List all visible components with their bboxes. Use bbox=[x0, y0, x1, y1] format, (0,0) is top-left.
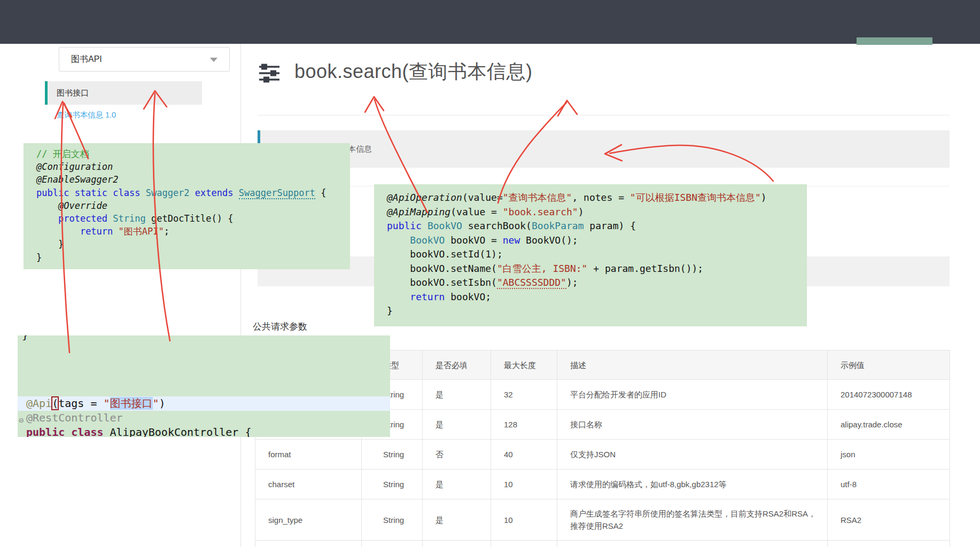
table-cell: 仅支持JSON bbox=[557, 440, 828, 470]
code-block-swagger-config: // 开启文档@Configuration@EnableSwagger2publ… bbox=[24, 143, 350, 269]
table-cell: RSA2 bbox=[828, 499, 950, 541]
sidebar-item-doc-link[interactable]: 查询书本信息 1.0 bbox=[57, 110, 116, 120]
sidebar-divider bbox=[240, 44, 241, 547]
table-cell: json bbox=[828, 440, 950, 470]
api-select-value: 图书API bbox=[71, 54, 102, 65]
table-cell: 40 bbox=[491, 440, 557, 470]
code-line: } bbox=[387, 304, 807, 318]
table-header-cell: 描述 bbox=[557, 350, 828, 380]
table-cell: 否 bbox=[423, 440, 491, 470]
clipped-code-line: } bbox=[22, 335, 28, 342]
code-line: protected String getDocTitle() { bbox=[36, 212, 350, 225]
table-cell: 10 bbox=[491, 499, 557, 541]
code-line: @EnableSwagger2 bbox=[36, 173, 350, 186]
table-cell: 128 bbox=[491, 410, 557, 440]
table-cell: format bbox=[255, 440, 362, 470]
code-line: return bookVO; bbox=[387, 290, 807, 304]
api-select-dropdown[interactable]: 图书API bbox=[59, 47, 230, 72]
table-cell: 10 bbox=[491, 470, 557, 499]
table-cell-partial bbox=[255, 541, 362, 547]
table-cell: charset bbox=[255, 470, 362, 499]
code-block-controller-class: } ⊖ @Api(tags = "图书接口")@RestControllerpu… bbox=[18, 335, 390, 437]
table-header-cell: 最大长度 bbox=[491, 350, 557, 380]
page: 开放平台 文档中心 图书API 图书接口 查询书本信息 1.0 book.sea… bbox=[0, 0, 980, 547]
table-cell-partial bbox=[828, 541, 950, 547]
code-line: @RestController bbox=[26, 411, 390, 425]
table-cell: utf-8 bbox=[828, 470, 950, 499]
table-header-cell: 示例值 bbox=[828, 350, 950, 380]
code-line: @ApiMapping(value = "book.search") bbox=[387, 205, 807, 220]
table-cell: sign_type bbox=[255, 499, 362, 541]
table-cell: 接口名称 bbox=[557, 410, 828, 440]
table-cell: 是 bbox=[423, 380, 491, 410]
code-line: public class AlipayBookController { bbox=[26, 425, 390, 437]
code-line: // 开启文档 bbox=[36, 147, 350, 160]
code-fold-icon: ⊖ bbox=[19, 413, 24, 428]
sidebar-item-book-api-group[interactable]: 图书接口 bbox=[45, 81, 202, 105]
table-cell-partial bbox=[491, 541, 557, 547]
code-line: @ApiOperation(value="查询书本信息", notes = "可… bbox=[387, 191, 807, 205]
top-navbar bbox=[0, 0, 980, 44]
title-divider bbox=[258, 115, 950, 115]
active-tab-indicator bbox=[857, 37, 932, 45]
code-line: @Api(tags = "图书接口") bbox=[18, 396, 390, 411]
table-cell: String bbox=[362, 470, 423, 499]
table-cell: 是 bbox=[423, 470, 491, 499]
table-cell: String bbox=[362, 499, 423, 541]
code-line: } bbox=[36, 251, 350, 264]
code-line: return "图书API"; bbox=[36, 225, 350, 238]
table-cell-partial bbox=[423, 541, 491, 547]
table-cell: 是 bbox=[423, 499, 491, 541]
code-block-controller-method: @ApiOperation(value="查询书本信息", notes = "可… bbox=[374, 184, 807, 326]
api-summary-banner: 可以根据ISBN查询书本信息 bbox=[258, 130, 950, 168]
table-cell: 2014072300007148 bbox=[828, 380, 950, 410]
table-cell: 商户生成签名字符串所使用的签名算法类型，目前支持RSA2和RSA，推荐使用RSA… bbox=[557, 499, 828, 541]
code-line: public static class Swagger2 extends Swa… bbox=[36, 186, 350, 199]
table-cell: 请求使用的编码格式，如utf-8,gbk,gb2312等 bbox=[557, 470, 828, 499]
table-header-cell: 是否必填 bbox=[423, 350, 491, 380]
code-line: @Configuration bbox=[36, 160, 350, 173]
table-cell-partial bbox=[362, 541, 423, 547]
code-line: bookVO.setName("白雪公主, ISBN:" + param.get… bbox=[387, 262, 807, 276]
table-cell: String bbox=[362, 440, 423, 470]
code-line: public BookVO searchBook(BookParam param… bbox=[387, 219, 807, 233]
table-cell: 平台分配给开发者的应用ID bbox=[557, 380, 828, 410]
table-cell-partial bbox=[557, 541, 828, 547]
table-cell: alipay.trade.close bbox=[828, 410, 950, 440]
code-line: } bbox=[36, 238, 350, 251]
table-cell: 32 bbox=[491, 380, 557, 410]
sliders-icon bbox=[258, 62, 281, 84]
sidebar-group-label: 图书接口 bbox=[57, 88, 89, 98]
code-line: BookVO bookVO = new BookVO(); bbox=[387, 233, 807, 248]
params-section-title: 公共请求参数 bbox=[253, 321, 307, 333]
caret-down-icon bbox=[210, 58, 217, 62]
code-line: bookVO.setId(1); bbox=[387, 247, 807, 262]
code-line: bookVO.setIsbn("ABCSSSSDDD"); bbox=[387, 276, 807, 290]
page-title: book.search(查询书本信息) bbox=[294, 59, 533, 85]
code-line: @Override bbox=[36, 199, 350, 212]
table-cell: 是 bbox=[423, 410, 491, 440]
